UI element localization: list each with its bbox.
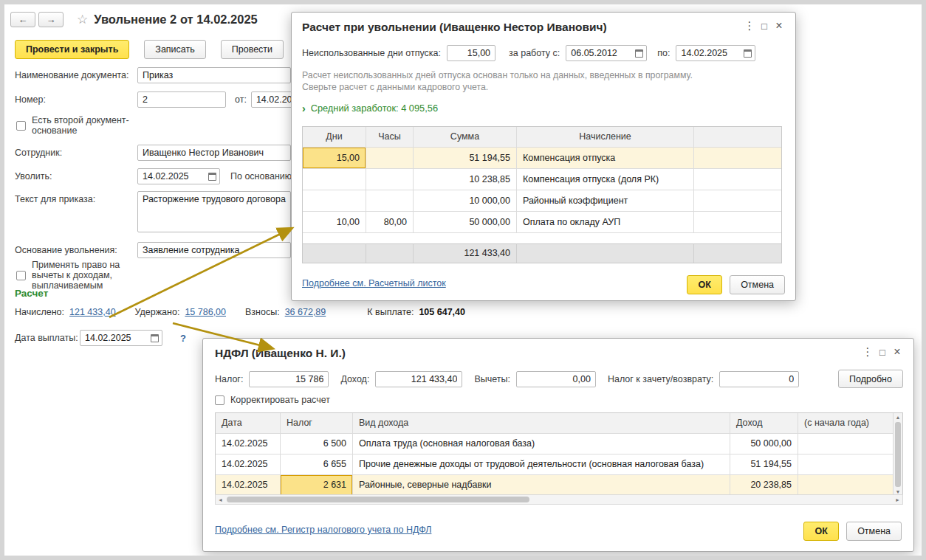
ok-button[interactable]: ОК (687, 275, 722, 294)
cell-date[interactable]: 14.02.2025 (216, 454, 281, 475)
horizontal-scroll-thumb[interactable] (227, 497, 529, 502)
cell-date[interactable]: 14.02.2025 (216, 434, 281, 454)
vertical-scrollbar[interactable]: ▲ ▼ (893, 413, 902, 496)
cell-ytd[interactable] (798, 475, 893, 496)
table-row[interactable]: 14.02.2025 2 631 Районные, северные надб… (216, 475, 893, 496)
order-text-label: Текст для приказа: (15, 191, 137, 204)
cancel-button[interactable]: Отмена (730, 275, 785, 294)
table-row[interactable]: 14.02.2025 6 500 Оплата труда (основная … (216, 434, 893, 454)
cell-income-type[interactable]: Районные, северные надбавки (353, 475, 730, 496)
doc-name-input[interactable] (137, 67, 291, 83)
offset-input[interactable] (719, 371, 799, 387)
withheld-link[interactable]: 15 786,00 (185, 307, 226, 317)
maximize-icon[interactable]: □ (875, 347, 890, 358)
cell-empty[interactable] (694, 212, 781, 233)
income-label: Доход: (340, 374, 369, 384)
vychet-checkbox[interactable] (16, 271, 26, 280)
cell-hours[interactable]: 80,00 (366, 212, 414, 233)
scroll-right-icon[interactable]: ► (893, 497, 902, 502)
cell-hours[interactable] (366, 169, 414, 190)
calendar-icon[interactable] (635, 49, 643, 58)
cell-income-type[interactable]: Прочие денежные доходы от трудовой деяте… (353, 454, 730, 475)
favorite-star-icon[interactable]: ☆ (77, 12, 88, 27)
unused-days-input[interactable] (447, 45, 495, 61)
more-menu-icon[interactable]: ⋮ (742, 19, 757, 32)
income-input[interactable] (375, 371, 462, 387)
deductions-input[interactable] (516, 371, 596, 387)
cell-tax[interactable]: 2 631 (281, 475, 353, 496)
calendar-icon[interactable] (208, 173, 216, 181)
cell-income[interactable]: 50 000,00 (730, 434, 798, 454)
accrued-link[interactable]: 121 433,40 (69, 307, 116, 317)
cell-tax[interactable]: 6 655 (281, 454, 353, 475)
cell-sum[interactable]: 10 000,00 (414, 190, 517, 212)
details-button[interactable]: Подробно (838, 370, 903, 388)
calendar-icon[interactable] (744, 49, 752, 58)
cell-accrual[interactable]: Оплата по окладу АУП (517, 212, 694, 233)
col-header-days: Дни (303, 127, 366, 148)
forward-button[interactable]: → (38, 12, 64, 27)
cancel-button[interactable]: Отмена (846, 522, 902, 541)
employee-input[interactable] (137, 145, 291, 161)
table-row[interactable]: 10 238,85 Компенсация отпуска (доля РК) (303, 169, 781, 190)
cell-days[interactable]: 10,00 (303, 212, 366, 233)
cell-date[interactable]: 14.02.2025 (216, 475, 281, 496)
cell-empty[interactable] (694, 148, 781, 169)
cell-accrual[interactable]: Компенсация отпуска (517, 148, 694, 169)
tax-input[interactable] (249, 371, 329, 387)
help-icon[interactable]: ? (180, 333, 186, 344)
dialog-buttons: ОК Отмена (803, 522, 902, 541)
table-row[interactable]: 10 000,00 Районный коэффициент (303, 190, 781, 212)
vychet-label: Применять право на вычеты к доходам, вып… (32, 260, 154, 291)
table-row[interactable]: 10,00 80,00 50 000,00 Оплата по окладу А… (303, 212, 781, 233)
post-button[interactable]: Провести (221, 40, 284, 59)
number-label: Номер: (15, 94, 137, 105)
table-row[interactable]: 15,00 51 194,55 Компенсация отпуска (303, 148, 781, 169)
cell-accrual[interactable]: Компенсация отпуска (доля РК) (517, 169, 694, 190)
ok-button[interactable]: ОК (803, 522, 839, 541)
cell-tax[interactable]: 6 500 (281, 434, 353, 454)
cell-income-type[interactable]: Оплата труда (основная налоговая база) (353, 434, 730, 454)
cell-sum[interactable]: 10 238,85 (414, 169, 517, 190)
cell-hours[interactable] (366, 148, 414, 169)
more-menu-icon[interactable]: ⋮ (860, 345, 875, 359)
cell-income[interactable]: 20 238,85 (730, 475, 798, 496)
post-and-close-button[interactable]: Провести и закрыть (15, 40, 129, 59)
contributions-link[interactable]: 36 672,89 (285, 307, 326, 317)
table-row[interactable]: 14.02.2025 6 655 Прочие денежные доходы … (216, 454, 893, 475)
dialog-buttons: ОК Отмена (687, 275, 785, 294)
cell-days[interactable] (303, 190, 366, 212)
calendar-icon[interactable] (151, 334, 159, 342)
average-earnings-expander[interactable]: › Средний заработок: 4 095,56 (302, 103, 438, 114)
cell-income[interactable]: 51 194,55 (730, 454, 798, 475)
cell-sum[interactable]: 51 194,55 (414, 148, 517, 169)
scroll-left-icon[interactable]: ◄ (216, 497, 225, 502)
cell-days[interactable]: 15,00 (303, 148, 366, 169)
cell-ytd[interactable] (798, 454, 893, 475)
ndfl-register-link[interactable]: Подробнее см. Регистр налогового учета п… (215, 525, 431, 535)
document-toolbar: Провести и закрыть Записать Провести (15, 40, 284, 59)
maximize-icon[interactable]: □ (757, 21, 772, 32)
scroll-up-icon[interactable]: ▲ (894, 413, 902, 421)
cell-empty[interactable] (694, 190, 781, 212)
contributions-label: Взносы: (245, 307, 280, 317)
close-icon[interactable]: × (890, 345, 905, 359)
write-button[interactable]: Записать (144, 40, 205, 59)
horizontal-scrollbar[interactable]: ◄ ► (215, 494, 903, 505)
payslip-link[interactable]: Подробнее см. Расчетный листок (302, 278, 446, 288)
cell-days[interactable] (303, 169, 366, 190)
cell-accrual[interactable]: Районный коэффициент (517, 190, 694, 212)
cell-sum[interactable]: 50 000,00 (414, 212, 517, 233)
cell-hours[interactable] (366, 190, 414, 212)
horizontal-scroll-track[interactable] (225, 495, 893, 504)
close-icon[interactable]: × (772, 19, 786, 32)
cell-ytd[interactable] (798, 434, 893, 454)
number-input[interactable] (137, 91, 226, 108)
vertical-scroll-thumb[interactable] (895, 422, 901, 487)
order-text-area[interactable]: Расторжение трудового договора (137, 191, 291, 232)
cell-empty[interactable] (694, 169, 781, 190)
second-doc-checkbox[interactable] (16, 121, 26, 131)
back-button[interactable]: ← (10, 12, 35, 27)
reason-input[interactable] (137, 242, 291, 258)
adjust-checkbox[interactable] (215, 395, 224, 405)
